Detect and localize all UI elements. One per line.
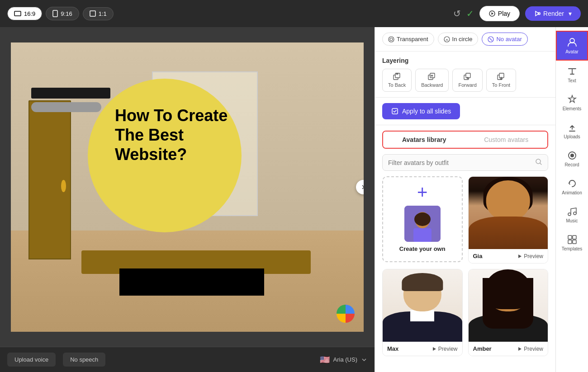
slide-content: How To Create The Best Website? <box>11 42 364 332</box>
upload-voice-button[interactable]: Upload voice <box>7 353 56 367</box>
voice-label: Aria (US) <box>333 356 357 363</box>
text-icon <box>567 66 578 77</box>
create-your-own-card[interactable]: + Create your own <box>382 176 463 262</box>
svg-rect-22 <box>499 73 504 78</box>
gia-body <box>469 217 548 249</box>
sidebar-item-music[interactable]: Music <box>556 201 588 229</box>
amber-card[interactable]: Amber Preview <box>468 269 549 356</box>
svg-rect-30 <box>413 228 432 242</box>
backward-btn[interactable]: Backward <box>415 69 449 92</box>
amber-name: Amber <box>473 345 492 352</box>
sidebar-item-avatar[interactable]: Avatar <box>556 31 588 61</box>
svg-rect-2 <box>90 11 95 16</box>
transparent-btn[interactable]: Transparent <box>382 33 434 46</box>
svg-marker-32 <box>433 347 436 351</box>
svg-point-29 <box>414 212 431 226</box>
svg-point-38 <box>574 212 576 215</box>
filter-input-wrap <box>382 154 548 171</box>
amber-footer: Amber Preview <box>469 342 548 356</box>
slide-title: How To Create The Best Website? <box>115 106 228 165</box>
no-speech-button[interactable]: No speech <box>63 353 105 367</box>
sidebar-item-elements[interactable]: Elements <box>556 89 588 117</box>
amber-face <box>469 269 548 342</box>
sidebar-item-record[interactable]: Record <box>556 145 588 173</box>
bottom-bar: Upload voice No speech 🇺🇸 Aria (US) <box>0 347 375 372</box>
elements-icon <box>567 94 578 105</box>
elements-label: Elements <box>563 106 582 111</box>
sidebar-item-text[interactable]: Text <box>556 61 588 89</box>
svg-marker-5 <box>536 11 539 16</box>
sidebar-item-templates[interactable]: Templates <box>556 229 588 257</box>
ratio-desktop-btn[interactable]: 16:9 <box>7 7 42 20</box>
tab-avatars-library[interactable]: Avatars library <box>383 132 465 148</box>
voice-selector[interactable]: 🇺🇸 Aria (US) <box>320 355 367 365</box>
svg-rect-0 <box>14 11 21 16</box>
gia-face <box>469 177 548 249</box>
max-image <box>383 269 462 342</box>
apply-all-slides-button[interactable]: Apply to all slides <box>382 103 460 119</box>
record-icon <box>567 150 578 161</box>
google-icon <box>337 305 355 323</box>
filter-input[interactable] <box>388 159 535 166</box>
layering-buttons: To Back Backward Forward To Front <box>382 69 548 92</box>
svg-marker-33 <box>518 347 522 351</box>
ratio-mobile-btn[interactable]: 9:16 <box>46 7 79 20</box>
undo-button[interactable]: ↺ <box>453 8 461 19</box>
black-bar <box>119 268 264 296</box>
forward-btn[interactable]: Forward <box>452 69 482 92</box>
flag-icon: 🇺🇸 <box>320 355 330 365</box>
door <box>28 100 71 259</box>
check-icon: ✓ <box>466 8 474 19</box>
uploads-label: Uploads <box>564 134 580 139</box>
amber-preview-btn[interactable]: Preview <box>517 346 543 352</box>
toolbar-center: ↺ ✓ Play Render ▾ <box>453 6 581 21</box>
avatar-label: Avatar <box>565 49 579 54</box>
svg-rect-19 <box>466 73 470 78</box>
max-card[interactable]: Max Preview <box>382 269 463 356</box>
to-back-btn[interactable]: To Back <box>382 69 412 92</box>
tab-custom-avatars[interactable]: Custom avatars <box>465 132 548 148</box>
record-label: Record <box>564 162 579 167</box>
text-bar-2 <box>31 102 101 112</box>
slide-canvas: How To Create The Best Website? <box>0 27 375 347</box>
search-icon-button[interactable] <box>535 158 542 167</box>
door-handle <box>61 180 66 193</box>
svg-rect-1 <box>53 10 57 17</box>
animation-label: Animation <box>562 190 582 195</box>
max-face <box>383 269 462 342</box>
svg-line-11 <box>489 38 492 41</box>
create-plus-icon: + <box>417 183 427 201</box>
gia-card[interactable]: Gia Preview <box>468 176 549 264</box>
render-chevron-icon: ▾ <box>569 10 572 17</box>
create-your-own-label: Create your own <box>395 242 450 256</box>
max-name: Max <box>387 345 398 352</box>
to-front-btn[interactable]: To Front <box>486 69 516 92</box>
amber-image <box>469 269 548 342</box>
filter-section <box>375 154 555 176</box>
no-avatar-btn[interactable]: No avatar <box>482 33 527 46</box>
music-label: Music <box>566 218 578 223</box>
svg-point-36 <box>570 154 574 157</box>
max-shirt <box>410 310 434 322</box>
max-preview-btn[interactable]: Preview <box>432 346 458 352</box>
toolbar-left: 16:9 9:16 1:1 <box>7 7 114 20</box>
top-toolbar: 16:9 9:16 1:1 ↺ ✓ Play Render ▾ <box>0 0 588 27</box>
gia-preview-btn[interactable]: Preview <box>517 253 543 259</box>
music-icon <box>567 206 578 217</box>
avatar-icon <box>567 37 578 48</box>
svg-point-8 <box>390 38 393 41</box>
sidebar-item-animation[interactable]: Animation <box>556 173 588 201</box>
sidebar-item-uploads[interactable]: Uploads <box>556 117 588 145</box>
in-circle-btn[interactable]: In circle <box>438 33 479 46</box>
right-panel: Transparent In circle No avatar Layering… <box>375 27 555 372</box>
play-button[interactable]: Play <box>479 6 520 21</box>
gia-image <box>469 177 548 249</box>
ratio-square-btn[interactable]: 1:1 <box>83 7 114 20</box>
render-button[interactable]: Render ▾ <box>525 6 581 21</box>
gia-head <box>486 180 530 220</box>
templates-label: Templates <box>562 246 583 251</box>
voice-chevron-icon <box>361 357 367 363</box>
max-hair <box>402 273 443 291</box>
text-label: Text <box>568 78 576 83</box>
gia-name: Gia <box>473 253 483 259</box>
